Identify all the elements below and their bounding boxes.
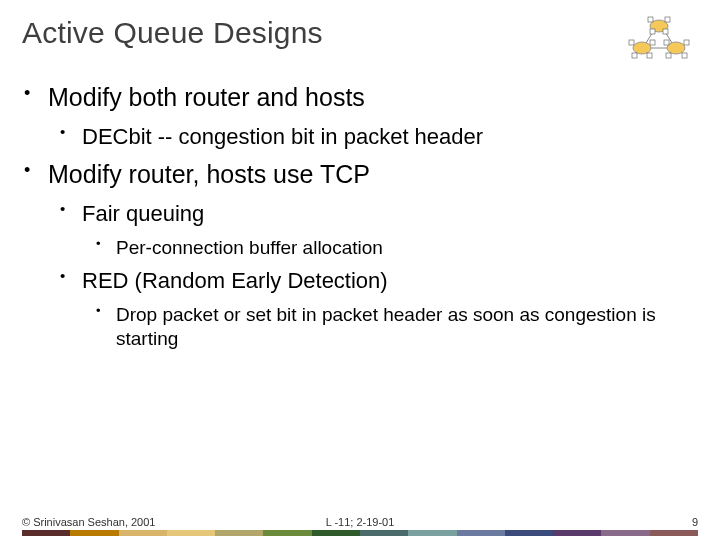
bullet-text: Drop packet or set bit in packet header …: [116, 304, 656, 349]
svg-rect-17: [682, 53, 687, 58]
footer-color-stripe: [22, 530, 698, 536]
svg-rect-12: [632, 53, 637, 58]
svg-rect-14: [664, 40, 669, 45]
svg-rect-8: [650, 29, 655, 34]
svg-rect-16: [666, 53, 671, 58]
bullet-text: Modify router, hosts use TCP: [48, 160, 370, 188]
footer-copyright: © Srinivasan Seshan, 2001: [22, 516, 155, 528]
svg-rect-9: [663, 29, 668, 34]
content-area: Modify both router and hosts DECbit -- c…: [22, 64, 698, 540]
bullet-text: Modify both router and hosts: [48, 83, 365, 111]
list-item: Per-connection buffer allocation: [82, 236, 698, 260]
svg-rect-10: [629, 40, 634, 45]
bullet-text: RED (Random Early Detection): [82, 268, 388, 293]
list-item: Fair queuing Per-connection buffer alloc…: [48, 200, 698, 259]
list-item: Modify router, hosts use TCP Fair queuin…: [22, 159, 698, 351]
bullet-text: Fair queuing: [82, 201, 204, 226]
svg-rect-6: [648, 17, 653, 22]
bullet-list: Modify both router and hosts DECbit -- c…: [22, 82, 698, 350]
svg-rect-13: [647, 53, 652, 58]
network-logo-icon: [620, 16, 698, 64]
footer-lecture-info: L -11; 2-19-01: [326, 516, 395, 528]
svg-rect-15: [684, 40, 689, 45]
header: Active Queue Designs: [22, 16, 698, 64]
page-title: Active Queue Designs: [22, 16, 323, 50]
list-item: DECbit -- congestion bit in packet heade…: [48, 123, 698, 151]
bullet-text: Per-connection buffer allocation: [116, 237, 383, 258]
svg-point-2: [667, 42, 685, 54]
footer: © Srinivasan Seshan, 2001 L -11; 2-19-01…: [0, 516, 720, 540]
svg-rect-7: [665, 17, 670, 22]
svg-point-1: [633, 42, 651, 54]
svg-rect-11: [650, 40, 655, 45]
footer-page-number: 9: [692, 516, 698, 528]
list-item: RED (Random Early Detection) Drop packet…: [48, 267, 698, 350]
slide: Active Queue Designs: [0, 0, 720, 540]
bullet-text: DECbit -- congestion bit in packet heade…: [82, 124, 483, 149]
list-item: Drop packet or set bit in packet header …: [82, 303, 698, 351]
list-item: Modify both router and hosts DECbit -- c…: [22, 82, 698, 151]
